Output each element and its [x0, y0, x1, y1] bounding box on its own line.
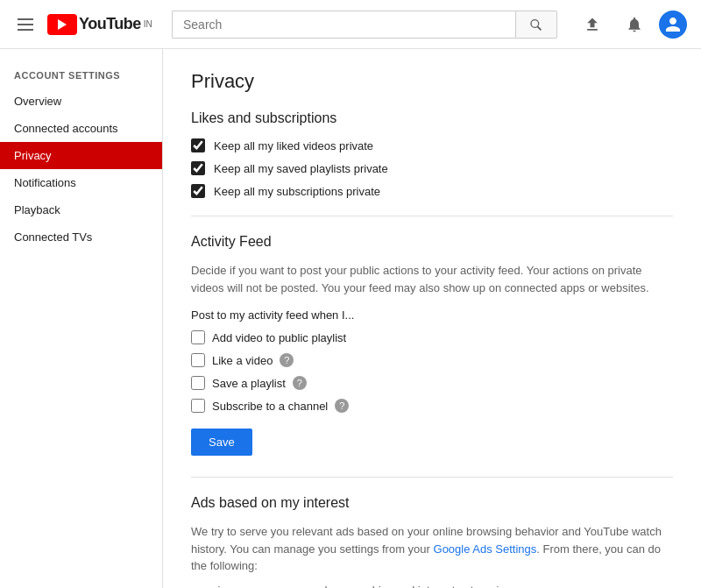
sidebar-item-notifications[interactable]: Notifications: [0, 169, 162, 196]
checkbox-subscribe-channel-input[interactable]: [191, 399, 205, 413]
checkbox-subscribe-channel: Subscribe to a channel ?: [191, 399, 673, 413]
checkbox-saved-playlists: Keep all my saved playlists private: [191, 161, 673, 175]
checkbox-subscriptions-label: Keep all my subscriptions private: [214, 185, 380, 198]
checkbox-save-playlist: Save a playlist ?: [191, 376, 673, 390]
checkbox-add-video-label: Add video to public playlist: [212, 331, 346, 344]
sidebar-item-connected-accounts[interactable]: Connected accounts: [0, 115, 162, 142]
youtube-logo-icon: [47, 14, 77, 35]
bell-icon: [626, 16, 643, 33]
sidebar-item-privacy[interactable]: Privacy: [0, 142, 162, 169]
page-title: Privacy: [191, 70, 673, 93]
checkbox-save-playlist-input[interactable]: [191, 376, 205, 390]
header-left: YouTubeIN: [14, 14, 172, 35]
divider-2: [191, 477, 673, 478]
sidebar-item-connected-tvs[interactable]: Connected TVs: [0, 223, 162, 251]
search-input[interactable]: [172, 11, 515, 39]
sidebar: ACCOUNT SETTINGS Overview Connected acco…: [0, 49, 163, 588]
save-button[interactable]: Save: [191, 429, 252, 456]
activity-description: Decide if you want to post your public a…: [191, 262, 673, 296]
subscribe-channel-help-icon[interactable]: ?: [335, 399, 349, 413]
header: YouTubeIN: [0, 0, 701, 49]
app-body: ACCOUNT SETTINGS Overview Connected acco…: [0, 49, 701, 588]
upload-button[interactable]: [575, 7, 610, 42]
main-content: Privacy Likes and subscriptions Keep all…: [163, 49, 701, 588]
checkbox-liked-videos-input[interactable]: [191, 138, 205, 152]
checkbox-add-video: Add video to public playlist: [191, 330, 673, 344]
avatar[interactable]: [659, 11, 687, 39]
checkbox-liked-videos: Keep all my liked videos private: [191, 138, 673, 152]
checkbox-like-video: Like a video ?: [191, 353, 673, 367]
youtube-logo[interactable]: YouTubeIN: [47, 14, 152, 35]
checkbox-save-playlist-label: Save a playlist: [212, 377, 286, 390]
bullet-item-1: view or manage your demographics and int…: [212, 584, 673, 589]
youtube-logo-country: IN: [144, 19, 152, 29]
likes-section-title: Likes and subscriptions: [191, 110, 673, 126]
header-right: [575, 7, 687, 42]
checkbox-add-video-input[interactable]: [191, 330, 205, 344]
notifications-button[interactable]: [617, 7, 652, 42]
like-video-help-icon[interactable]: ?: [280, 353, 294, 367]
checkbox-subscribe-channel-label: Subscribe to a channel: [212, 400, 328, 413]
ads-bullet-list: view or manage your demographics and int…: [191, 584, 673, 589]
post-to-label: Post to my activity feed when I...: [191, 308, 673, 322]
save-playlist-help-icon[interactable]: ?: [293, 376, 307, 390]
ads-section-title: Ads based on my interest: [191, 495, 673, 511]
checkbox-subscriptions-input[interactable]: [191, 184, 205, 198]
upload-icon: [584, 16, 601, 33]
activity-section-title: Activity Feed: [191, 234, 673, 250]
likes-subscriptions-section: Likes and subscriptions Keep all my like…: [191, 110, 673, 198]
divider-1: [191, 216, 673, 216]
sidebar-item-overview[interactable]: Overview: [0, 88, 162, 115]
sidebar-item-playback[interactable]: Playback: [0, 196, 162, 223]
checkbox-like-video-input[interactable]: [191, 353, 205, 367]
checkbox-saved-playlists-input[interactable]: [191, 161, 205, 175]
checkbox-saved-playlists-label: Keep all my saved playlists private: [214, 162, 388, 175]
checkbox-subscriptions: Keep all my subscriptions private: [191, 184, 673, 198]
hamburger-icon[interactable]: [14, 15, 37, 34]
checkbox-liked-videos-label: Keep all my liked videos private: [214, 139, 373, 152]
google-ads-link[interactable]: Google Ads Settings: [434, 542, 537, 556]
search-bar: [172, 11, 557, 39]
ads-description: We try to serve you relevant ads based o…: [191, 523, 673, 575]
checkbox-like-video-label: Like a video: [212, 354, 273, 367]
sidebar-section-title: ACCOUNT SETTINGS: [0, 63, 162, 88]
avatar-icon: [664, 16, 682, 33]
activity-feed-section: Activity Feed Decide if you want to post…: [191, 234, 673, 459]
youtube-logo-text: YouTube: [79, 15, 141, 33]
search-icon: [529, 18, 543, 32]
search-button[interactable]: [515, 11, 557, 39]
ads-section: Ads based on my interest We try to serve…: [191, 495, 673, 588]
